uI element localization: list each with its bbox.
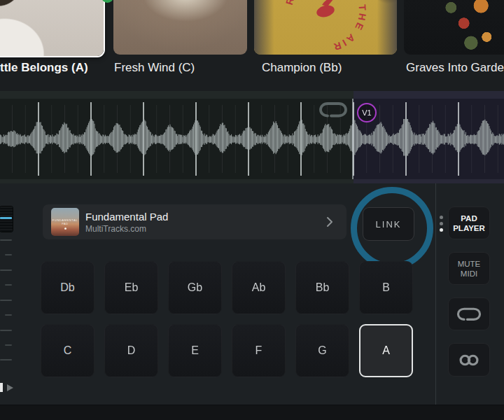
key-pad-f[interactable]: F [232, 324, 286, 377]
fader-level-indicator [0, 217, 12, 219]
pad-thumbnail-dot [64, 227, 66, 230]
fader-tick [5, 344, 12, 346]
playhead-marker [0, 383, 3, 392]
pad-title: Fundamental Pad [85, 211, 168, 223]
key-pad-a[interactable]: A [359, 324, 413, 377]
carousel-item-champion[interactable]: REVIVAL'S IN THE AIR [254, 0, 397, 55]
pad-player-button[interactable]: PAD PLAYER [448, 206, 490, 239]
v1-section-badge[interactable]: V1 [357, 103, 377, 122]
pad-thumbnail-text: FUNDAMENTAL PAD [51, 218, 79, 225]
key-pad-ab[interactable]: Ab [232, 261, 286, 314]
pad-player-label: PAD [461, 214, 477, 223]
loop-icon [456, 307, 482, 322]
mute-midi-label: MUTE [458, 259, 481, 269]
section-boundary-line [352, 99, 354, 179]
fader-tick [5, 254, 12, 255]
song-title: Graves Into Garden [406, 61, 504, 75]
album-art-circle-text: REVIVAL'S IN THE AIR [254, 0, 397, 55]
volume-fader-handle[interactable] [0, 206, 13, 232]
drag-handle-icon[interactable] [440, 228, 443, 232]
waveform-canvas[interactable] [0, 99, 504, 179]
pad-player-label: PLAYER [453, 223, 485, 233]
link-button[interactable]: LINK [363, 207, 414, 241]
loop-region-icon [318, 102, 349, 118]
infinite-sustain-button[interactable] [448, 343, 490, 377]
key-pad-g[interactable]: G [295, 324, 349, 377]
fader-tick [0, 270, 12, 271]
key-pad-eb[interactable]: Eb [104, 261, 158, 314]
pad-subtitle: MultiTracks.com [85, 224, 146, 234]
fader-tick [0, 239, 12, 241]
fader-tick [5, 284, 12, 286]
song-title: Fresh Wind (C) [114, 61, 195, 75]
fader-tick [0, 359, 12, 360]
fader-tick [0, 330, 12, 331]
song-title: Champion (Bb) [262, 61, 342, 75]
key-pad-e[interactable]: E [168, 324, 222, 377]
key-pad-b[interactable]: B [359, 261, 413, 314]
song-title-selected: ttle Belongs (A) [0, 61, 88, 75]
song-carousel: REVIVAL'S IN THE AIR ttle Belongs (A) Fr… [0, 0, 504, 84]
carousel-item-battle-belongs[interactable] [0, 0, 105, 57]
bottom-bar [0, 405, 504, 420]
key-pad-db[interactable]: Db [41, 261, 94, 314]
loop-button[interactable] [448, 298, 490, 330]
key-pad-bb[interactable]: Bb [295, 261, 349, 314]
mute-midi-button[interactable]: MUTE MIDI [448, 252, 490, 285]
pad-source-card[interactable]: FUNDAMENTAL PAD Fundamental Pad MultiTra… [43, 204, 346, 239]
carousel-item-fresh-wind[interactable] [113, 0, 247, 55]
key-pad-gb[interactable]: Gb [168, 261, 222, 314]
fader-tick [0, 300, 12, 301]
drag-handle-icon[interactable] [440, 222, 443, 225]
panel-divider [435, 183, 436, 405]
carousel-item-graves-into-gardens[interactable] [404, 0, 504, 55]
fader-tick [5, 314, 12, 316]
album-art [0, 0, 104, 56]
album-art [404, 0, 504, 55]
collapse-arrow-icon[interactable] [7, 384, 13, 391]
key-pad-c[interactable]: C [41, 324, 94, 377]
drag-handle-icon[interactable] [440, 216, 443, 219]
pad-thumbnail: FUNDAMENTAL PAD [51, 208, 79, 236]
album-art [113, 0, 247, 55]
mute-midi-label: MIDI [461, 269, 477, 279]
chevron-right-icon [326, 216, 334, 228]
key-pad-d[interactable]: D [104, 324, 158, 377]
infinity-icon [457, 353, 481, 368]
